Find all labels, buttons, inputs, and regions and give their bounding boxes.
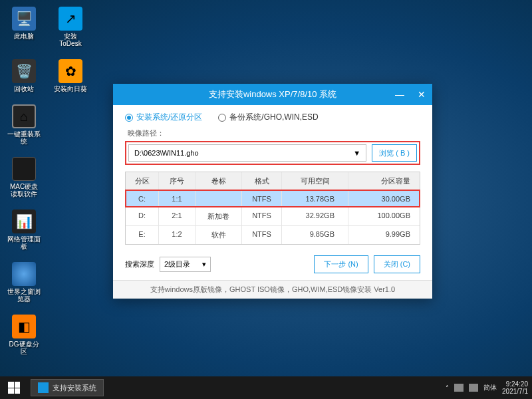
chevron-down-icon: ▼	[353, 149, 360, 157]
close-window-button[interactable]: 关闭 (C)	[374, 255, 420, 273]
volume-tray-icon[interactable]	[469, 384, 478, 392]
desktop-icon-browser[interactable]: 世界之窗浏览器	[7, 262, 41, 303]
desktop-icon-sunflower[interactable]: ✿安装向日葵	[53, 59, 88, 92]
partition-icon: ◧	[12, 315, 36, 338]
taskbar-task-installer[interactable]: 支持安装系统	[31, 379, 104, 396]
chart-icon: 📊	[12, 209, 36, 233]
pc-icon: 🖥️	[12, 7, 36, 31]
radio-backup[interactable]: 备份系统/GHO,WIN,ESD	[218, 112, 318, 123]
table-row[interactable]: C:1:1NTFS13.78GB30.00GB	[126, 190, 420, 207]
tray-chevron-icon[interactable]: ˄	[446, 384, 449, 392]
trash-icon: 🗑️	[12, 59, 36, 83]
installer-icon	[38, 382, 49, 393]
desktop-icon-mac-disk[interactable]: MAC硬盘读取软件	[7, 157, 41, 198]
image-path-dropdown[interactable]: D:\0623\WIN11.gho ▼	[128, 144, 366, 162]
desktop-icon-reinstall[interactable]: ⌂一键重装系统	[7, 104, 41, 145]
start-button[interactable]	[4, 378, 24, 398]
chevron-down-icon: ▾	[202, 260, 206, 269]
minimize-button[interactable]: —	[392, 89, 407, 100]
partition-table: 分区 序号 卷标 格式 可用空间 分区容量 C:1:1NTFS13.78GB30…	[125, 172, 420, 245]
desktop-icons-area: 🖥️此电脑 ↗安装ToDesk 🗑️回收站 ✿安装向日葵 ⌂一键重装系统 MAC…	[7, 7, 88, 355]
mode-tabs: 安装系统/还原分区 备份系统/GHO,WIN,ESD	[113, 105, 432, 127]
taskbar-clock[interactable]: 9:24:20 2021/7/1	[502, 380, 528, 395]
radio-dot-icon	[218, 114, 226, 122]
ime-indicator[interactable]: 简体	[483, 383, 497, 392]
desktop-icon-recycle-bin[interactable]: 🗑️回收站	[7, 59, 41, 92]
radio-install-restore[interactable]: 安装系统/还原分区	[125, 112, 202, 123]
house-icon: ⌂	[12, 104, 36, 128]
footer-controls: 搜索深度 2级目录▾ 下一步 (N) 关闭 (C)	[113, 251, 432, 280]
search-depth-label: 搜索深度	[125, 259, 154, 269]
footer-note: 支持windows原版镜像，GHOST ISO镜像，GHO,WIM,ESD镜像安…	[113, 280, 432, 299]
image-path-row: D:\0623\WIN11.gho ▼ 浏览 ( B )	[125, 141, 420, 165]
table-header: 分区 序号 卷标 格式 可用空间 分区容量	[126, 172, 420, 190]
close-button[interactable]: ✕	[415, 89, 428, 100]
titlebar[interactable]: 支持安装windows XP/7/8/10 系统 — ✕	[113, 84, 432, 105]
desktop-icon-this-pc[interactable]: 🖥️此电脑	[7, 7, 41, 47]
search-depth-select[interactable]: 2级目录▾	[160, 257, 211, 272]
next-button[interactable]: 下一步 (N)	[314, 255, 368, 273]
taskbar: 支持安装系统 ˄ 简体 9:24:20 2021/7/1	[0, 376, 532, 399]
browse-button[interactable]: 浏览 ( B )	[372, 144, 417, 162]
table-row[interactable]: D:2:1新加卷NTFS32.92GB100.00GB	[126, 207, 420, 225]
desktop-icon-todesk[interactable]: ↗安装ToDesk	[53, 7, 88, 47]
desktop-icon-network-panel[interactable]: 📊网络管理面板	[7, 209, 41, 250]
globe-icon	[12, 262, 36, 286]
table-row[interactable]: E:1:2软件NTFS9.85GB9.99GB	[126, 225, 420, 244]
sunflower-icon: ✿	[59, 59, 82, 83]
window-title: 支持安装windows XP/7/8/10 系统	[209, 88, 336, 100]
installer-window: 支持安装windows XP/7/8/10 系统 — ✕ 安装系统/还原分区 备…	[113, 84, 432, 299]
radio-dot-icon	[125, 114, 133, 122]
desktop-icon-dg-partition[interactable]: ◧DG硬盘分区	[7, 315, 41, 355]
network-tray-icon[interactable]	[454, 384, 464, 392]
system-tray: ˄ 简体 9:24:20 2021/7/1	[446, 380, 528, 395]
apple-icon	[12, 157, 36, 181]
todesk-icon: ↗	[59, 7, 82, 31]
image-path-label: 映像路径：	[113, 127, 432, 141]
